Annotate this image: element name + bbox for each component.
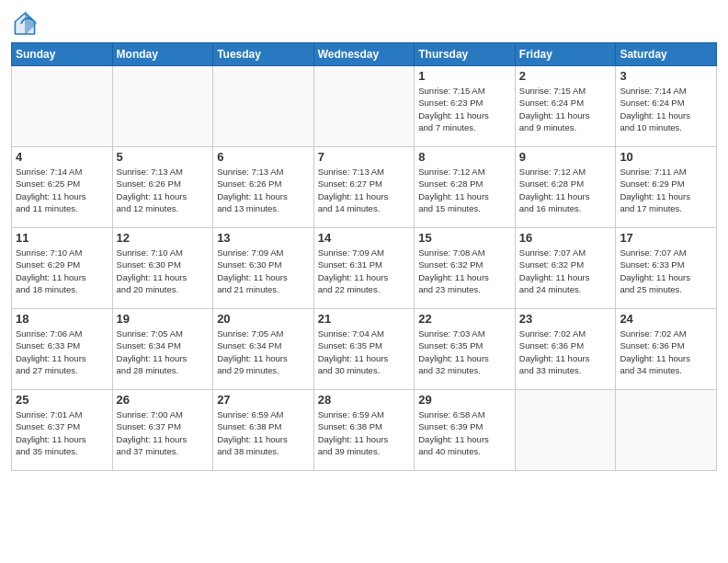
day-number: 16 (519, 231, 612, 245)
day-number: 17 (620, 231, 712, 245)
header-cell-wednesday: Wednesday (313, 43, 415, 66)
calendar-cell: 11Sunrise: 7:10 AM Sunset: 6:29 PM Dayli… (12, 228, 113, 309)
day-number: 10 (620, 150, 712, 164)
day-info: Sunrise: 7:06 AM Sunset: 6:33 PM Dayligh… (16, 327, 108, 376)
day-info: Sunrise: 6:58 AM Sunset: 6:39 PM Dayligh… (418, 408, 511, 457)
day-info: Sunrise: 7:00 AM Sunset: 6:37 PM Dayligh… (117, 408, 210, 457)
calendar-cell: 21Sunrise: 7:04 AM Sunset: 6:35 PM Dayli… (313, 309, 415, 390)
day-number: 8 (418, 150, 511, 164)
header-cell-sunday: Sunday (12, 43, 113, 66)
week-row-2: 11Sunrise: 7:10 AM Sunset: 6:29 PM Dayli… (12, 228, 717, 309)
header-cell-monday: Monday (112, 43, 213, 66)
day-info: Sunrise: 7:05 AM Sunset: 6:34 PM Dayligh… (217, 327, 310, 376)
day-number: 22 (418, 312, 511, 326)
calendar-cell: 28Sunrise: 6:59 AM Sunset: 6:38 PM Dayli… (313, 390, 415, 471)
calendar-cell: 10Sunrise: 7:11 AM Sunset: 6:29 PM Dayli… (616, 147, 717, 228)
header-row: SundayMondayTuesdayWednesdayThursdayFrid… (12, 43, 717, 66)
day-number: 1 (418, 69, 511, 83)
calendar-cell: 12Sunrise: 7:10 AM Sunset: 6:30 PM Dayli… (112, 228, 213, 309)
calendar-cell: 19Sunrise: 7:05 AM Sunset: 6:34 PM Dayli… (112, 309, 213, 390)
day-info: Sunrise: 7:07 AM Sunset: 6:33 PM Dayligh… (620, 247, 712, 295)
day-number: 24 (620, 312, 712, 326)
day-number: 29 (418, 393, 511, 407)
day-info: Sunrise: 7:12 AM Sunset: 6:28 PM Dayligh… (418, 166, 511, 214)
calendar-cell (313, 66, 415, 147)
logo (11, 9, 42, 37)
day-info: Sunrise: 7:01 AM Sunset: 6:37 PM Dayligh… (16, 408, 108, 457)
day-info: Sunrise: 7:14 AM Sunset: 6:25 PM Dayligh… (16, 166, 108, 214)
day-info: Sunrise: 7:04 AM Sunset: 6:35 PM Dayligh… (318, 327, 411, 376)
calendar-cell: 14Sunrise: 7:09 AM Sunset: 6:31 PM Dayli… (313, 228, 415, 309)
week-row-1: 4Sunrise: 7:14 AM Sunset: 6:25 PM Daylig… (12, 147, 717, 228)
day-info: Sunrise: 7:09 AM Sunset: 6:30 PM Dayligh… (217, 247, 310, 295)
calendar-table: SundayMondayTuesdayWednesdayThursdayFrid… (11, 42, 717, 471)
day-info: Sunrise: 7:03 AM Sunset: 6:35 PM Dayligh… (418, 327, 511, 376)
day-number: 20 (217, 312, 310, 326)
day-number: 11 (16, 231, 108, 245)
calendar-cell: 1Sunrise: 7:15 AM Sunset: 6:23 PM Daylig… (415, 66, 516, 147)
day-info: Sunrise: 7:13 AM Sunset: 6:27 PM Dayligh… (318, 166, 411, 214)
day-info: Sunrise: 7:10 AM Sunset: 6:29 PM Dayligh… (16, 247, 108, 295)
calendar-cell (112, 66, 213, 147)
day-info: Sunrise: 7:08 AM Sunset: 6:32 PM Dayligh… (418, 247, 511, 295)
day-number: 27 (217, 393, 310, 407)
day-number: 23 (519, 312, 612, 326)
day-number: 7 (318, 150, 411, 164)
header (11, 9, 717, 37)
calendar-cell: 13Sunrise: 7:09 AM Sunset: 6:30 PM Dayli… (213, 228, 314, 309)
calendar-cell: 15Sunrise: 7:08 AM Sunset: 6:32 PM Dayli… (415, 228, 516, 309)
calendar-cell: 7Sunrise: 7:13 AM Sunset: 6:27 PM Daylig… (313, 147, 415, 228)
calendar-cell: 29Sunrise: 6:58 AM Sunset: 6:39 PM Dayli… (415, 390, 516, 471)
header-cell-tuesday: Tuesday (213, 43, 314, 66)
header-cell-friday: Friday (515, 43, 616, 66)
day-number: 4 (16, 150, 108, 164)
calendar-cell: 17Sunrise: 7:07 AM Sunset: 6:33 PM Dayli… (616, 228, 717, 309)
calendar-cell: 22Sunrise: 7:03 AM Sunset: 6:35 PM Dayli… (415, 309, 516, 390)
day-number: 18 (16, 312, 108, 326)
day-number: 19 (117, 312, 210, 326)
day-number: 21 (318, 312, 411, 326)
day-number: 3 (620, 69, 712, 83)
day-info: Sunrise: 7:02 AM Sunset: 6:36 PM Dayligh… (519, 327, 612, 376)
day-number: 2 (519, 69, 612, 83)
day-number: 28 (318, 393, 411, 407)
calendar-cell: 27Sunrise: 6:59 AM Sunset: 6:38 PM Dayli… (213, 390, 314, 471)
day-number: 12 (117, 231, 210, 245)
day-number: 5 (117, 150, 210, 164)
week-row-3: 18Sunrise: 7:06 AM Sunset: 6:33 PM Dayli… (12, 309, 717, 390)
calendar-cell: 4Sunrise: 7:14 AM Sunset: 6:25 PM Daylig… (12, 147, 113, 228)
day-info: Sunrise: 7:05 AM Sunset: 6:34 PM Dayligh… (117, 327, 210, 376)
day-number: 25 (16, 393, 108, 407)
calendar-cell: 9Sunrise: 7:12 AM Sunset: 6:28 PM Daylig… (515, 147, 616, 228)
calendar-cell (12, 66, 113, 147)
day-info: Sunrise: 7:09 AM Sunset: 6:31 PM Dayligh… (318, 247, 411, 295)
calendar-cell (616, 390, 717, 471)
calendar-cell (515, 390, 616, 471)
day-info: Sunrise: 6:59 AM Sunset: 6:38 PM Dayligh… (318, 408, 411, 457)
day-info: Sunrise: 7:10 AM Sunset: 6:30 PM Dayligh… (117, 247, 210, 295)
logo-icon (11, 9, 39, 37)
calendar-cell: 23Sunrise: 7:02 AM Sunset: 6:36 PM Dayli… (515, 309, 616, 390)
header-cell-thursday: Thursday (415, 43, 516, 66)
calendar-cell: 18Sunrise: 7:06 AM Sunset: 6:33 PM Dayli… (12, 309, 113, 390)
day-number: 15 (418, 231, 511, 245)
page-container: SundayMondayTuesdayWednesdayThursdayFrid… (0, 0, 728, 480)
day-number: 6 (217, 150, 310, 164)
week-row-4: 25Sunrise: 7:01 AM Sunset: 6:37 PM Dayli… (12, 390, 717, 471)
day-info: Sunrise: 7:14 AM Sunset: 6:24 PM Dayligh… (620, 85, 712, 133)
day-info: Sunrise: 7:12 AM Sunset: 6:28 PM Dayligh… (519, 166, 612, 214)
day-number: 13 (217, 231, 310, 245)
day-number: 26 (117, 393, 210, 407)
calendar-cell: 8Sunrise: 7:12 AM Sunset: 6:28 PM Daylig… (415, 147, 516, 228)
header-cell-saturday: Saturday (616, 43, 717, 66)
day-info: Sunrise: 7:15 AM Sunset: 6:23 PM Dayligh… (418, 85, 511, 133)
calendar-cell: 24Sunrise: 7:02 AM Sunset: 6:36 PM Dayli… (616, 309, 717, 390)
day-info: Sunrise: 7:15 AM Sunset: 6:24 PM Dayligh… (519, 85, 612, 133)
calendar-cell: 3Sunrise: 7:14 AM Sunset: 6:24 PM Daylig… (616, 66, 717, 147)
calendar-cell: 20Sunrise: 7:05 AM Sunset: 6:34 PM Dayli… (213, 309, 314, 390)
day-number: 9 (519, 150, 612, 164)
day-info: Sunrise: 7:07 AM Sunset: 6:32 PM Dayligh… (519, 247, 612, 295)
calendar-cell: 6Sunrise: 7:13 AM Sunset: 6:26 PM Daylig… (213, 147, 314, 228)
day-number: 14 (318, 231, 411, 245)
day-info: Sunrise: 7:02 AM Sunset: 6:36 PM Dayligh… (620, 327, 712, 376)
